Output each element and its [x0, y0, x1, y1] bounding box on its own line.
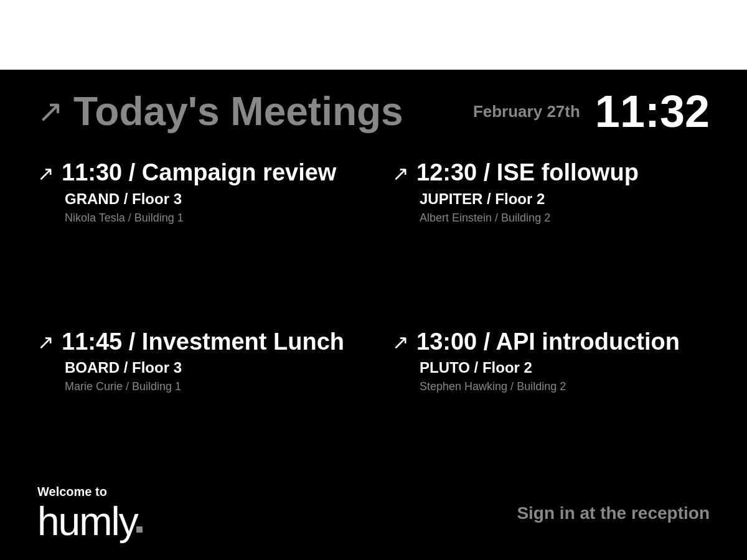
welcome-to-label: Welcome to [37, 485, 138, 499]
meeting-person-1: Nikola Tesla / Building 1 [65, 212, 355, 225]
meeting-arrow-icon-2: ↗ [392, 162, 409, 185]
meeting-room-2: JUPITER / Floor 2 [420, 190, 710, 208]
footer-row: Welcome to humly Sign in at the receptio… [37, 478, 710, 541]
welcome-block: Welcome to humly [37, 485, 138, 541]
meeting-arrow-icon-3: ↗ [37, 330, 54, 354]
meeting-title-1: 11:30 / Campaign review [62, 159, 336, 187]
meeting-room-1: GRAND / Floor 3 [65, 190, 355, 208]
meeting-title-row-3: ↗ 11:45 / Investment Lunch [37, 329, 355, 356]
meeting-card-1[interactable]: ↗ 11:30 / Campaign review GRAND / Floor … [37, 159, 355, 310]
meeting-person-3: Marie Curie / Building 1 [65, 380, 355, 393]
meetings-grid: ↗ 11:30 / Campaign review GRAND / Floor … [37, 159, 710, 478]
page-title-text: Today's Meetings [73, 88, 403, 134]
meeting-arrow-icon-1: ↗ [37, 162, 54, 185]
meeting-card-4[interactable]: ↗ 13:00 / API introduction PLUTO / Floor… [392, 329, 710, 479]
header-row: ↗ Today's Meetings February 27th 11:32 [37, 88, 710, 134]
meeting-person-2: Albert Einstein / Building 2 [420, 212, 710, 225]
title-arrow-icon: ↗ [37, 93, 63, 129]
meeting-title-3: 11:45 / Investment Lunch [62, 329, 344, 356]
meeting-title-row-2: ↗ 12:30 / ISE followup [392, 159, 710, 187]
time-label: 11:32 [595, 89, 710, 134]
main-panel: ↗ Today's Meetings February 27th 11:32 ↗… [0, 70, 747, 560]
meeting-title-2: 12:30 / ISE followup [416, 159, 639, 187]
top-bar [0, 0, 747, 70]
page-title: ↗ Today's Meetings [37, 88, 403, 134]
date-label: February 27th [473, 102, 580, 121]
meeting-card-3[interactable]: ↗ 11:45 / Investment Lunch BOARD / Floor… [37, 329, 355, 479]
meeting-title-row-4: ↗ 13:00 / API introduction [392, 329, 710, 356]
meeting-room-4: PLUTO / Floor 2 [420, 359, 710, 376]
meeting-title-row-1: ↗ 11:30 / Campaign review [37, 159, 355, 187]
date-time-block: February 27th 11:32 [473, 89, 710, 134]
meeting-card-2[interactable]: ↗ 12:30 / ISE followup JUPITER / Floor 2… [392, 159, 710, 310]
meeting-arrow-icon-4: ↗ [392, 330, 409, 354]
meeting-room-3: BOARD / Floor 3 [65, 359, 355, 376]
humly-logo: humly [37, 502, 138, 541]
sign-in-text: Sign in at the reception [517, 503, 710, 523]
meeting-title-4: 13:00 / API introduction [416, 329, 680, 356]
meeting-person-4: Stephen Hawking / Building 2 [420, 380, 710, 393]
